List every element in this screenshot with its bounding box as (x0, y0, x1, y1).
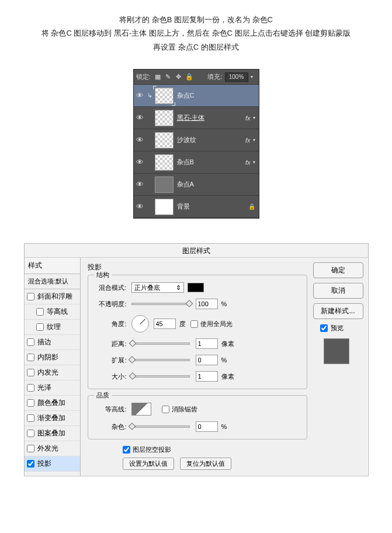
spread-slider[interactable] (131, 359, 190, 361)
layer-row[interactable]: 👁杂点A (134, 174, 259, 196)
contour-picker[interactable] (131, 403, 151, 416)
style-item-label: 内发光 (37, 368, 58, 378)
distance-slider[interactable] (131, 342, 190, 345)
blend-options-item[interactable]: 混合选项:默认 (25, 274, 80, 289)
angle-unit: 度 (179, 320, 186, 328)
distance-unit: 像素 (221, 340, 234, 348)
style-list-item[interactable]: 斜面和浮雕 (25, 289, 80, 304)
cancel-button[interactable]: 取消 (313, 283, 363, 299)
quality-label: 品质 (94, 391, 112, 400)
style-item-label: 外发光 (37, 444, 58, 454)
style-checkbox[interactable] (27, 414, 34, 422)
contour-label: 等高线: (94, 405, 127, 414)
layer-name-label: 杂点B (177, 158, 245, 167)
new-style-button[interactable]: 新建样式... (313, 303, 363, 319)
visibility-eye-icon[interactable]: 👁 (134, 91, 147, 100)
style-checkbox[interactable] (27, 460, 34, 468)
noise-input[interactable] (196, 421, 218, 432)
instruction-line: 再设置 杂点C 的图层样式 (6, 40, 386, 54)
fx-badge[interactable]: fx (245, 137, 251, 144)
set-default-button[interactable]: 设置为默认值 (123, 458, 174, 470)
chevron-down-icon[interactable]: ▾ (253, 137, 255, 143)
layer-row[interactable]: 👁杂点Bfx▾ (134, 151, 259, 174)
angle-dial[interactable] (131, 315, 149, 333)
ok-button[interactable]: 确定 (313, 262, 363, 278)
visibility-eye-icon[interactable]: 👁 (134, 180, 147, 189)
layer-name-label: 杂点A (177, 180, 255, 189)
fx-badge[interactable]: fx (245, 159, 251, 166)
style-list-item[interactable]: 投影 (25, 456, 80, 472)
layer-name-label: 沙波纹 (177, 136, 245, 144)
noise-slider[interactable] (131, 425, 190, 428)
antialias-checkbox[interactable]: 消除锯齿 (162, 405, 197, 414)
style-checkbox[interactable] (27, 384, 34, 392)
layer-row[interactable]: 👁↳杂点C (134, 85, 259, 107)
style-list-item[interactable]: 等高线 (25, 304, 80, 320)
visibility-eye-icon[interactable]: 👁 (134, 158, 147, 167)
lock-transparency-icon[interactable]: ▦ (153, 72, 162, 82)
style-checkbox[interactable] (27, 369, 34, 376)
style-list-item[interactable]: 描边 (25, 335, 80, 350)
spread-input[interactable] (196, 355, 218, 365)
style-checkbox[interactable] (27, 399, 34, 407)
layer-name-label: 背景 (177, 202, 248, 211)
preview-checkbox[interactable]: 预览 (320, 324, 363, 333)
style-list-item[interactable]: 光泽 (25, 380, 80, 396)
visibility-eye-icon[interactable]: 👁 (134, 136, 147, 144)
style-list-item[interactable]: 图案叠加 (25, 426, 80, 441)
styles-header[interactable]: 样式 (25, 258, 80, 274)
visibility-eye-icon[interactable]: 👁 (134, 113, 147, 122)
style-list: 样式 混合选项:默认 斜面和浮雕等高线纹理描边内阴影内发光光泽颜色叠加渐变叠加图… (25, 258, 81, 476)
fill-value-box[interactable]: 100% (225, 72, 248, 82)
distance-input[interactable] (196, 338, 218, 349)
style-checkbox[interactable] (36, 308, 44, 316)
layer-thumbnail[interactable] (155, 132, 174, 148)
size-unit: 像素 (221, 372, 234, 381)
opacity-slider[interactable] (131, 303, 190, 305)
blend-mode-dropdown[interactable]: 正片叠底⇕ (131, 282, 184, 293)
style-list-item[interactable]: 渐变叠加 (25, 411, 80, 426)
layer-thumbnail[interactable] (155, 199, 174, 215)
style-checkbox[interactable] (27, 338, 34, 346)
spread-unit: % (221, 357, 227, 364)
visibility-eye-icon[interactable]: 👁 (134, 202, 147, 211)
style-list-item[interactable]: 内发光 (25, 365, 80, 380)
layer-thumbnail[interactable] (155, 88, 174, 104)
instruction-line: 将 杂色C 图层移动到 黑石-主体 图层上方，然后在 杂色C 图层上点击右键选择… (6, 26, 386, 40)
style-checkbox[interactable] (27, 430, 34, 437)
style-list-item[interactable]: 内阴影 (25, 350, 80, 365)
layer-row[interactable]: 👁沙波纹fx▾ (134, 129, 259, 151)
lock-position-icon[interactable]: ✥ (174, 72, 183, 82)
angle-input[interactable] (154, 319, 176, 329)
style-checkbox[interactable] (27, 445, 34, 452)
lock-all-icon[interactable]: 🔒 (185, 72, 194, 82)
size-slider[interactable] (131, 375, 190, 378)
style-checkbox[interactable] (36, 323, 44, 331)
layer-row[interactable]: 👁背景🔒 (134, 196, 259, 218)
layer-thumbnail[interactable] (155, 154, 174, 171)
style-checkbox[interactable] (27, 354, 34, 361)
chevron-down-icon: ⇕ (176, 284, 181, 292)
lock-image-icon[interactable]: ✎ (164, 72, 173, 82)
style-item-label: 斜面和浮雕 (37, 292, 72, 302)
opacity-input[interactable] (196, 299, 218, 309)
fx-badge[interactable]: fx (245, 115, 251, 122)
shadow-color-swatch[interactable] (188, 283, 204, 292)
style-list-item[interactable]: 颜色叠加 (25, 396, 80, 411)
style-item-label: 纹理 (47, 322, 61, 332)
global-light-checkbox[interactable]: 使用全局光 (190, 320, 233, 328)
dropdown-arrow-icon[interactable]: ▾ (251, 74, 256, 79)
reset-default-button[interactable]: 复位为默认值 (180, 458, 231, 470)
layer-thumbnail[interactable] (155, 176, 174, 193)
style-list-item[interactable]: 纹理 (25, 320, 80, 335)
style-list-item[interactable]: 外发光 (25, 441, 80, 456)
size-input[interactable] (196, 371, 218, 382)
main-panel: 投影 结构 混合模式: 正片叠底⇕ 不透明度: % 角度: (81, 258, 313, 476)
layer-style-dialog: 图层样式 样式 混合选项:默认 斜面和浮雕等高线纹理描边内阴影内发光光泽颜色叠加… (24, 243, 369, 476)
knockout-checkbox[interactable]: 图层挖空投影 (123, 445, 171, 454)
chevron-down-icon[interactable]: ▾ (253, 160, 255, 165)
style-checkbox[interactable] (27, 293, 34, 300)
layer-row[interactable]: 👁黑石-主体fx▾ (134, 107, 259, 129)
chevron-down-icon[interactable]: ▾ (253, 115, 255, 120)
layer-thumbnail[interactable] (155, 110, 174, 126)
